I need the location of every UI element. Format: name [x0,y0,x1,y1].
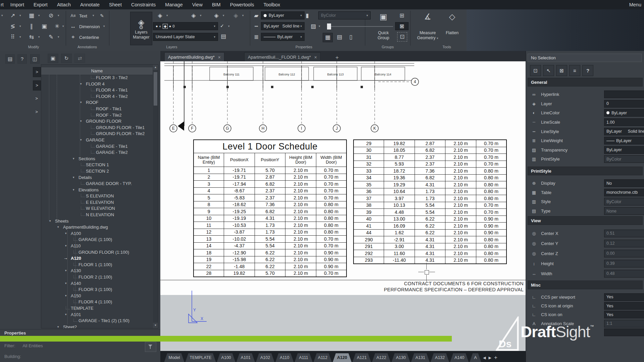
tree-item-s-elevation[interactable]: S ELEVATION [41,193,153,199]
offset-icon[interactable]: ▣ [40,22,49,31]
menu-item-import[interactable]: Import [6,2,29,7]
panel-toggle-icon[interactable]: ◫ [30,54,40,64]
layer-freeze-icon[interactable]: ◈ [189,11,198,20]
expanded-chevron-icon[interactable]: ▾ [80,101,82,104]
sheet-tab-a111[interactable]: A111 [294,353,312,362]
measure-geometry-button[interactable]: ∡ Measure Geometry ▾ [414,12,441,41]
clipboard-icon[interactable]: ▤ [5,54,15,64]
caret-icon[interactable]: ▾ [200,14,202,17]
tree-item-w-elevation[interactable]: W ELEVATION [41,205,153,212]
tree-sync-all-icon[interactable]: ⇄ [74,54,85,63]
new-document-icon[interactable]: + [332,53,342,62]
caret-icon[interactable]: ▾ [38,36,40,39]
sheet-tab-a112[interactable]: A112 [314,353,332,362]
section-header-view[interactable]: View [528,216,643,225]
new-sheet-icon[interactable]: + [493,353,499,362]
tree-item-details[interactable]: ▾Details [41,175,153,181]
tree-item-roof[interactable]: ▾ROOF [41,100,153,106]
caret-icon[interactable]: ▾ [19,36,21,39]
sheet-tab-a[interactable]: A [470,353,481,362]
select-matching-icon[interactable]: ⊡ [530,65,541,76]
expanded-chevron-icon[interactable]: ▾ [65,282,67,285]
caret-icon[interactable]: ▾ [38,14,40,17]
quick-select-icon[interactable]: ≡ [569,65,580,76]
expanded-chevron-icon[interactable]: ▾ [80,82,82,85]
expanded-chevron-icon[interactable]: ▾ [57,325,59,328]
tree-item-ground-floor-tile1[interactable]: GROUND FLOOR - Tile1 [41,125,153,131]
match-properties-icon[interactable]: ▤ [335,33,344,42]
tree-item-a120[interactable]: →A120 [41,255,153,262]
tree-item-a130[interactable]: ▾A130 [41,268,153,274]
tree-item-a140[interactable]: ▾A140 [41,281,153,287]
erase-icon[interactable]: ⊘ [46,11,56,20]
sheet-tab-a130[interactable]: A130 [391,353,410,362]
tree-item-sections[interactable]: ▾Sections [41,156,153,162]
menu-item-view[interactable]: View [187,2,207,7]
expanded-chevron-icon[interactable]: ▾ [65,244,67,247]
tree-item-floor-1-1-100[interactable]: FLOOR 1 (1:100) [41,262,153,268]
sheet-tab-model[interactable]: Model [164,353,184,362]
tree-scrollbar[interactable]: ▲ ▼ [153,65,158,328]
edit-group-icon[interactable]: ⊡ [397,32,407,42]
layer-isolate-icon[interactable]: ◈ [231,11,240,20]
menu-item-powertools[interactable]: Powertools [225,2,259,7]
tree-column-header[interactable]: Name [41,67,153,75]
collapsed-palette-chevron-icon[interactable]: > [33,107,40,117]
pattern-icon[interactable]: ▦ [27,11,36,20]
converge-icon[interactable]: ⇆ [27,33,36,42]
tree-item-roof-tile1[interactable]: ROOF - Tile1 [41,106,153,112]
tree-item-a101[interactable]: ▾A101 [41,312,153,318]
tree-item-floor-4-tile1[interactable]: FLOOR 4 - Tile1 [41,87,153,94]
expanded-chevron-icon[interactable]: ▾ [73,176,74,179]
filter-button[interactable] [145,342,156,352]
tree-item-floor-4[interactable]: ▾FLOOR 4 [41,81,153,87]
property-value-linescale[interactable]: 1.00 [604,118,644,126]
property-value-display[interactable]: No [604,179,644,187]
tree-item-ground-floor[interactable]: ▾GROUND FLOOR [41,118,153,125]
close-icon[interactable]: × [218,55,221,60]
entity-grips-icon[interactable]: ⠿ [8,33,17,42]
property-painter-icon[interactable]: ▯ [346,33,356,42]
printstyle-stripes-icon[interactable]: ▮ [303,11,312,20]
tree-item-a110[interactable]: ▾A110 [41,243,153,249]
document-tab-floor1[interactable]: ApartmentBuil..._FLOOR 1.dwg* × [244,52,321,62]
tree-item-e-elevation[interactable]: E ELEVATION [41,199,153,206]
text-tool-label[interactable]: Text [79,13,87,18]
tree-item-section-1[interactable]: SECTION 1 [41,162,153,168]
section-header-misc[interactable]: Misc [528,281,643,289]
expanded-chevron-icon[interactable]: ▾ [65,232,67,235]
tree-item-sheet2[interactable]: ▾Sheet2 [41,324,153,328]
expanded-chevron-icon[interactable]: ▾ [65,269,67,272]
menu-item-annotate[interactable]: Annotate [75,2,104,7]
property-value-cs-icon-on[interactable]: Yes [604,311,644,318]
properties-section-header[interactable]: Properties [0,329,160,337]
layers-manager-button[interactable]: ◈ ⚙ Layers Manager [130,12,152,45]
check-icon[interactable]: ✓ [217,21,227,30]
menu-item-sheet[interactable]: Sheet [104,2,126,7]
caret-icon[interactable]: ▾ [223,14,224,17]
menu-item-manage[interactable]: Manage [160,2,187,7]
tree-sync-icon[interactable]: ↻ [61,54,72,63]
tree-item-garage-door-typ[interactable]: GARAGE DOOR - TYP. [41,181,153,187]
nav-left-icon[interactable]: ◀ [482,353,487,362]
filter-value[interactable]: All Entities [22,343,43,348]
expanded-chevron-icon[interactable]: ▾ [65,294,67,297]
sheet-tab-a100[interactable]: A100 [217,353,235,362]
split-icon[interactable]: ∥ [27,22,36,31]
layer-states-manager-icon[interactable]: ▤ [219,32,228,41]
menu-item-export[interactable]: Export [29,2,52,7]
layer-show-icon[interactable]: ◈ [155,11,165,20]
caret-icon[interactable]: ▾ [103,25,105,28]
stretch-icon[interactable]: ≶ [8,22,17,31]
collapsed-palette-chevron-icon[interactable]: > [33,80,41,90]
linestyle-icon[interactable]: ┅ [252,22,261,31]
nav-right-icon[interactable]: ▶ [487,353,493,362]
expanded-chevron-icon[interactable]: ▾ [73,188,74,191]
expanded-chevron-icon[interactable]: ▾ [49,219,51,223]
document-tab-apartmentbuilding[interactable]: ApartmentBuilding.dwg* × [164,52,224,62]
property-value-cs-icon-at-origin[interactable]: Yes [604,302,644,310]
tree-item-ground-floor-tile2[interactable]: GROUND FLOOR - Tile2 [41,131,153,137]
tree-item-garage-tile1[interactable]: GARAGE - Tile1 [41,143,153,150]
expanded-chevron-icon[interactable]: ▾ [57,225,59,229]
tree-item-template[interactable]: TEMPLATE [41,305,153,312]
